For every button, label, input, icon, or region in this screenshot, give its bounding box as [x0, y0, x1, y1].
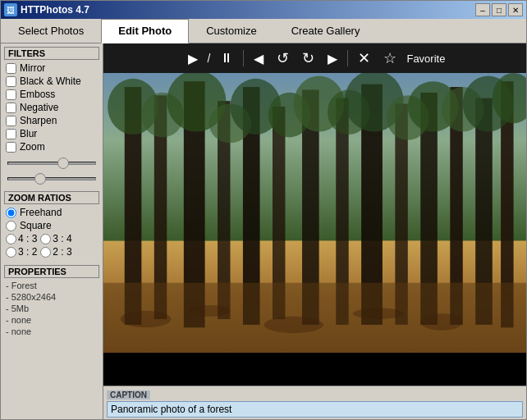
ratio-34-label: 3 : 4 [53, 233, 71, 244]
minimize-button[interactable]: – [475, 3, 490, 16]
filter-blur-checkbox[interactable] [6, 129, 16, 139]
zoom-ratios-header: ZOOM RATIOS [4, 191, 99, 204]
title-bar: 🖼 HTTPhotos 4.7 – □ ✕ [1, 1, 526, 19]
prop-dimensions: - 5280x2464 [4, 291, 99, 303]
filter-sharpen[interactable]: Sharpen [4, 114, 99, 127]
caption-label: CAPTION [107, 390, 150, 399]
menu-bar: Select Photos Edit Photo Customize Creat… [1, 19, 526, 43]
close-window-button[interactable]: ✕ [508, 3, 523, 16]
prop-size: - 5Mb [4, 303, 99, 314]
zoom-freehand-radio[interactable] [6, 208, 16, 218]
filter-mirror-checkbox[interactable] [6, 63, 16, 74]
filter-zoom-checkbox[interactable] [6, 142, 16, 153]
ratio-row-1: 4 : 3 3 : 4 [4, 232, 99, 245]
ratio-43-label: 4 : 3 [18, 233, 37, 244]
filter-blur[interactable]: Blur [4, 127, 99, 140]
slider1-container [4, 153, 99, 169]
caption-area: CAPTION [103, 386, 526, 419]
zoom-freehand-label: Freehand [20, 207, 62, 218]
filter-sharpen-label: Sharpen [20, 115, 57, 126]
filter-bw-checkbox[interactable] [6, 76, 16, 87]
next-button[interactable]: ▶ [324, 49, 341, 68]
ratio-34-radio[interactable] [40, 234, 51, 244]
prop-extra2: - none [4, 326, 99, 337]
slider2-container [4, 169, 99, 185]
filter-negative-label: Negative [20, 102, 58, 113]
close-photo-button[interactable]: ✕ [355, 48, 373, 69]
contrast-slider[interactable] [7, 177, 96, 180]
prev-button[interactable]: ◀ [250, 49, 267, 68]
tab-customize[interactable]: Customize [189, 19, 273, 43]
play-button[interactable]: ▶ [185, 49, 201, 68]
filter-zoom-label: Zoom [20, 141, 45, 153]
zoom-ratios-section: ZOOM RATIOS Freehand Square 4 : 3 [4, 191, 99, 258]
svg-point-31 [121, 311, 172, 327]
brightness-slider[interactable] [7, 162, 96, 165]
filter-emboss-label: Emboss [20, 89, 55, 100]
properties-section: PROPERTIES - Forest - 5280x2464 - 5Mb - … [4, 265, 99, 337]
bottom-bar [103, 353, 526, 386]
rotate-left-button[interactable]: ↺ [273, 48, 292, 69]
filter-emboss[interactable]: Emboss [4, 88, 99, 101]
prop-name: - Forest [4, 280, 99, 291]
ratio-23-radio[interactable] [40, 247, 51, 258]
ratio-row-2: 3 : 2 2 : 3 [4, 245, 99, 258]
ratio-34[interactable]: 3 : 4 [40, 233, 71, 244]
app-title: HTTPhotos 4.7 [21, 4, 89, 16]
forest-image [103, 73, 526, 353]
ratio-43-radio[interactable] [6, 234, 16, 244]
filter-bw-label: Black & White [20, 75, 81, 87]
filter-blur-label: Blur [20, 128, 37, 139]
content-area: FILTERS Mirror Black & White Emboss Nega… [1, 43, 526, 419]
properties-header: PROPERTIES [4, 265, 99, 278]
photo-display [103, 73, 526, 353]
tab-select-photos[interactable]: Select Photos [1, 19, 101, 43]
favorite-label: Favorite [406, 52, 445, 65]
zoom-square-label: Square [20, 220, 52, 231]
main-photo-area: ▶ / ⏸ ◀ ↺ ↻ ▶ ✕ ☆ Favorite [103, 43, 526, 419]
divider-1 [243, 50, 244, 66]
pause-button[interactable]: ⏸ [217, 49, 236, 67]
divider-2 [347, 50, 348, 66]
app-icon: 🖼 [4, 3, 17, 16]
maximize-button[interactable]: □ [492, 3, 506, 16]
tab-edit-photo[interactable]: Edit Photo [101, 19, 189, 43]
ratio-32-label: 3 : 2 [18, 246, 37, 258]
filters-section: FILTERS Mirror Black & White Emboss Nega… [4, 47, 99, 185]
sidebar: FILTERS Mirror Black & White Emboss Nega… [1, 43, 103, 419]
ratio-32-radio[interactable] [6, 247, 16, 258]
window-controls: – □ ✕ [475, 3, 523, 16]
svg-point-35 [420, 313, 463, 330]
svg-point-32 [188, 305, 231, 317]
filter-negative-checkbox[interactable] [6, 103, 16, 113]
ratio-43[interactable]: 4 : 3 [6, 233, 37, 244]
ratio-32[interactable]: 3 : 2 [6, 246, 37, 258]
filter-negative[interactable]: Negative [4, 101, 99, 114]
photo-container [103, 73, 526, 353]
filter-emboss-checkbox[interactable] [6, 89, 16, 100]
caption-input[interactable] [107, 401, 523, 418]
photo-toolbar: ▶ / ⏸ ◀ ↺ ↻ ▶ ✕ ☆ Favorite [103, 43, 526, 73]
rotate-right-button[interactable]: ↻ [299, 48, 318, 69]
favorite-star-button[interactable]: ☆ [380, 48, 400, 69]
filter-sharpen-checkbox[interactable] [6, 116, 16, 126]
svg-point-34 [353, 308, 404, 319]
svg-point-33 [264, 317, 323, 333]
ratio-23[interactable]: 2 : 3 [40, 246, 71, 258]
tab-create-gallery[interactable]: Create Gallery [274, 19, 378, 43]
filter-zoom[interactable]: Zoom [4, 140, 99, 153]
zoom-square[interactable]: Square [4, 219, 99, 232]
zoom-freehand[interactable]: Freehand [4, 206, 99, 219]
main-window: 🖼 HTTPhotos 4.7 – □ ✕ Select Photos Edit… [0, 0, 527, 420]
zoom-square-radio[interactable] [6, 221, 16, 231]
title-bar-left: 🖼 HTTPhotos 4.7 [4, 3, 89, 16]
separator-1: / [208, 52, 211, 65]
filter-bw[interactable]: Black & White [4, 75, 99, 88]
filter-mirror[interactable]: Mirror [4, 62, 99, 75]
filters-header: FILTERS [4, 47, 99, 60]
ratio-23-label: 2 : 3 [53, 246, 71, 258]
prop-extra1: - none [4, 314, 99, 326]
filter-mirror-label: Mirror [20, 62, 45, 74]
